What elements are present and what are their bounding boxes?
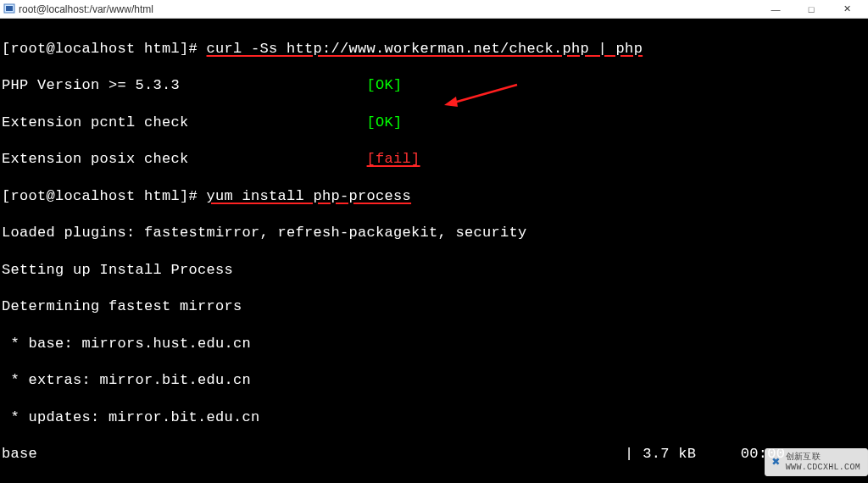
watermark-brand: 创新互联 [786, 452, 860, 463]
annotated-cmd-curl: curl -Ss http://www.workerman.net/check.… [207, 41, 643, 57]
window-controls: — □ ✕ [758, 0, 865, 19]
line-output: * extras: mirror.bit.edu.cn [2, 371, 866, 390]
putty-icon [3, 3, 15, 15]
line-repo: base | 3.7 kB 00:00 [2, 445, 866, 464]
minimize-button[interactable]: — [758, 0, 793, 19]
status-ok: [OK] [367, 77, 403, 93]
svg-marker-3 [444, 97, 458, 107]
close-button[interactable]: ✕ [829, 0, 865, 19]
line-output: * updates: mirror.bit.edu.cn [2, 408, 866, 427]
line-output: Setting up Install Process [2, 261, 866, 280]
watermark-logo-icon: ✖ [772, 456, 781, 469]
maximize-button[interactable]: □ [793, 0, 829, 19]
line-ext-pcntl: Extension pcntl check [OK] [2, 114, 866, 132]
annotated-cmd-yum: yum install php-process [207, 188, 412, 204]
line-php-version: PHP Version >= 5.3.3 [OK] [2, 76, 866, 95]
line-ext-posix: Extension posix check [fail] [2, 150, 866, 169]
window-title: root@localhost:/var/www/html [19, 3, 758, 15]
line-output: Loaded plugins: fastestmirror, refresh-p… [2, 224, 866, 242]
line-prompt-1: [root@localhost html]# curl -Ss http://w… [2, 40, 866, 58]
status-fail: [fail] [367, 151, 420, 167]
status-ok: [OK] [367, 114, 403, 130]
terminal-output[interactable]: [root@localhost html]# curl -Ss http://w… [0, 19, 868, 483]
watermark: ✖ 创新互联 WWW.CDCXHL.COM [765, 448, 868, 476]
svg-rect-1 [6, 6, 13, 11]
window-titlebar: root@localhost:/var/www/html — □ ✕ [0, 0, 868, 19]
line-output: Determining fastest mirrors [2, 297, 866, 316]
line-output: * base: mirrors.hust.edu.cn [2, 335, 866, 353]
line-prompt-2: [root@localhost html]# yum install php-p… [2, 187, 866, 206]
watermark-url: WWW.CDCXHL.COM [786, 463, 860, 473]
